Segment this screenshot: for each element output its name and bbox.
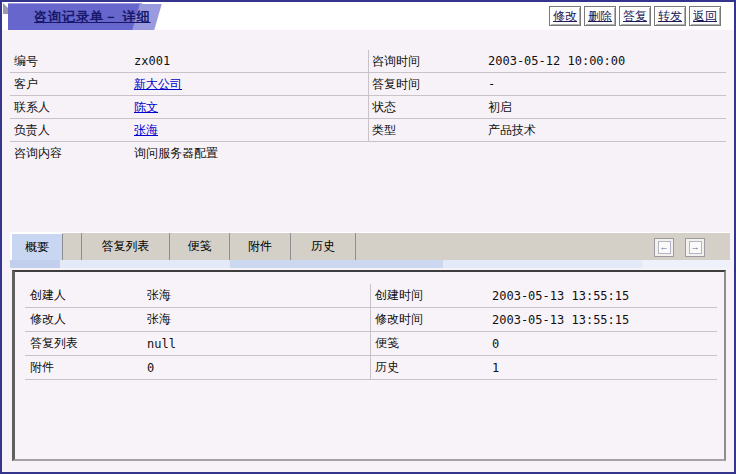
- status-label: 状态: [368, 99, 488, 116]
- summary-panel: 创建人 张海 创建时间 2003-05-13 13:55:15 修改人 张海 修…: [12, 270, 726, 461]
- tab-strip-segment: [642, 260, 730, 268]
- tab-list: 概要 答复列表 便笺 附件 历史: [11, 233, 730, 260]
- form-row-content: 咨询内容 询问服务器配置: [10, 142, 726, 165]
- consult-time-value: 2003-05-12 10:00:00: [488, 54, 726, 68]
- number-label: 编号: [10, 53, 134, 70]
- number-value: zx001: [134, 54, 368, 68]
- customer-link[interactable]: 新大公司: [134, 77, 182, 91]
- reply-button[interactable]: 答复: [619, 6, 651, 26]
- reply-time-label: 答复时间: [368, 76, 488, 93]
- modify-button[interactable]: 修改: [549, 6, 581, 26]
- creator-label: 创建人: [25, 287, 147, 304]
- scroll-left-icon: ←: [658, 241, 671, 254]
- reply-time-value: -: [488, 77, 726, 91]
- tab-strip-segment: [10, 260, 60, 268]
- tab-slot-summary: 概要: [11, 233, 82, 260]
- page-title-tab: 咨询记录单－ 详细: [8, 3, 142, 30]
- summary-form: 创建人 张海 创建时间 2003-05-13 13:55:15 修改人 张海 修…: [25, 284, 717, 380]
- tab-scrollbar-strip[interactable]: [10, 260, 730, 268]
- summary-row-attachments: 附件 0 历史 1: [25, 356, 717, 380]
- created-time-value: 2003-05-13 13:55:15: [492, 289, 717, 303]
- summary-row-modifier: 修改人 张海 修改时间 2003-05-13 13:55:15: [25, 308, 717, 332]
- status-value: 初启: [488, 99, 726, 116]
- tab-summary[interactable]: 概要: [11, 233, 63, 260]
- tab-strip-segment: [230, 260, 443, 268]
- tab-scroll-left-button[interactable]: ←: [654, 238, 674, 257]
- summary-column-divider: [370, 284, 371, 380]
- tab-notes[interactable]: 便笺: [170, 233, 230, 260]
- reply-list-label: 答复列表: [25, 335, 147, 352]
- return-button[interactable]: 返回: [689, 6, 721, 26]
- contact-link[interactable]: 陈文: [134, 100, 158, 114]
- history-label: 历史: [370, 359, 492, 376]
- modifier-value: 张海: [147, 311, 370, 328]
- creator-value: 张海: [147, 287, 370, 304]
- summary-row-creator: 创建人 张海 创建时间 2003-05-13 13:55:15: [25, 284, 717, 308]
- tab-strip-segment: [60, 260, 230, 268]
- tab-scroll-right-button[interactable]: →: [685, 238, 705, 257]
- content-label: 咨询内容: [10, 145, 134, 162]
- form-column-divider: [368, 50, 369, 142]
- customer-label: 客户: [10, 76, 134, 93]
- scroll-right-icon: →: [689, 241, 702, 254]
- tab-reply-list[interactable]: 答复列表: [82, 233, 170, 260]
- tab-strip-segment: [443, 260, 642, 268]
- forward-button[interactable]: 转发: [654, 6, 686, 26]
- owner-link[interactable]: 张海: [134, 123, 158, 137]
- attachments-value: 0: [147, 361, 370, 375]
- attachments-label: 附件: [25, 359, 147, 376]
- consultation-detail-window: 咨询记录单－ 详细 修改 删除 答复 转发 返回 编号 zx001 咨询时间 2…: [0, 0, 736, 474]
- type-label: 类型: [368, 122, 488, 139]
- page-title: 咨询记录单－ 详细: [34, 8, 151, 26]
- detail-tabbar: 概要 答复列表 便笺 附件 历史 ← →: [10, 232, 730, 260]
- summary-row-replylist: 答复列表 null 便笺 0: [25, 332, 717, 356]
- notes-label: 便笺: [370, 335, 492, 352]
- contact-label: 联系人: [10, 99, 134, 116]
- type-value: 产品技术: [488, 122, 726, 139]
- delete-button[interactable]: 删除: [584, 6, 616, 26]
- toolbar: 修改 删除 答复 转发 返回: [549, 6, 721, 26]
- reply-list-value: null: [147, 337, 370, 351]
- history-value: 1: [492, 361, 717, 375]
- modified-time-value: 2003-05-13 13:55:15: [492, 313, 717, 327]
- modified-time-label: 修改时间: [370, 311, 492, 328]
- content-value: 询问服务器配置: [134, 145, 726, 162]
- tab-attachments[interactable]: 附件: [230, 233, 291, 260]
- created-time-label: 创建时间: [370, 287, 492, 304]
- notes-value: 0: [492, 337, 717, 351]
- consult-time-label: 咨询时间: [368, 53, 488, 70]
- owner-label: 负责人: [10, 122, 134, 139]
- tab-history[interactable]: 历史: [291, 233, 356, 260]
- modifier-label: 修改人: [25, 311, 147, 328]
